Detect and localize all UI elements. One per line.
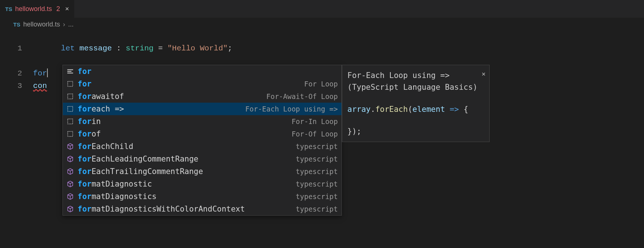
line-number: 1 — [0, 42, 33, 55]
line-number: 2 — [0, 67, 33, 80]
suggestion-item[interactable]: formatDiagnosticsWithColorAndContexttype… — [63, 203, 341, 215]
suggestion-item[interactable]: forawaitofFor-Await-Of Loop — [63, 90, 341, 103]
svg-rect-5 — [68, 106, 73, 111]
suggestion-label: forin — [78, 117, 101, 126]
snippet-icon — [67, 80, 74, 88]
suggestion-label: forEachLeadingCommentRange — [78, 155, 198, 163]
breadcrumb[interactable]: TS helloworld.ts › ... — [0, 18, 644, 30]
suggestion-description: For-Await-Of Loop — [266, 92, 338, 100]
suggestion-label: formatDiagnostics — [78, 192, 157, 201]
svg-rect-1 — [67, 71, 71, 72]
suggestion-description: typescript — [296, 142, 338, 150]
suggestion-item[interactable]: foreach =>For-Each Loop using => — [63, 103, 341, 115]
tab-problems-badge: 2 — [56, 5, 60, 13]
token-keyword: for — [33, 69, 47, 78]
token-error: con — [33, 82, 47, 90]
suggestion-label: for — [78, 67, 92, 76]
module-icon — [67, 155, 74, 163]
suggestion-label: formatDiagnosticsWithColorAndContext — [78, 205, 245, 213]
breadcrumb-rest: ... — [68, 21, 74, 28]
suggestion-description: typescript — [296, 192, 338, 201]
chevron-right-icon: › — [63, 21, 65, 28]
suggestion-item[interactable]: formatDiagnostictypescript — [63, 178, 341, 190]
tab-helloworld[interactable]: TS helloworld.ts 2 × — [0, 0, 75, 18]
token-variable: message — [79, 44, 112, 53]
intellisense-documentation: × For-Each Loop using => (TypeScript Lan… — [342, 65, 490, 142]
doc-code-preview: }); — [347, 125, 484, 137]
text-cursor — [47, 68, 48, 77]
keyword-icon — [67, 68, 74, 75]
suggestion-description: For-Of Loop — [291, 130, 338, 138]
svg-rect-0 — [67, 69, 73, 70]
suggestion-description: For-In Loop — [291, 117, 338, 125]
token-punct: = — [154, 44, 168, 53]
suggestion-label: forEachChild — [78, 142, 133, 151]
intellisense-suggestions[interactable]: forforFor LoopforawaitofFor-Await-Of Loo… — [62, 65, 342, 216]
suggestion-label: for — [78, 79, 92, 88]
token-keyword: let — [61, 44, 75, 53]
token-punct: ; — [228, 44, 232, 53]
token-punct: : — [112, 44, 126, 53]
doc-title: For-Each Loop using => (TypeScript Langu… — [347, 70, 484, 93]
svg-rect-4 — [68, 94, 73, 99]
close-icon[interactable]: × — [482, 68, 486, 80]
suggestion-item[interactable]: forofFor-Of Loop — [63, 128, 341, 140]
suggestion-item[interactable]: for — [63, 65, 341, 78]
breadcrumb-filename: helloworld.ts — [23, 21, 60, 28]
suggestion-item[interactable]: forEachChildtypescript — [63, 140, 341, 153]
token-type: string — [126, 44, 154, 53]
svg-rect-6 — [68, 119, 73, 124]
token-string: "Hello World" — [168, 44, 228, 53]
module-icon — [67, 193, 74, 200]
suggestion-item[interactable]: forFor Loop — [63, 78, 341, 90]
suggestion-description: typescript — [296, 167, 338, 176]
suggestion-item[interactable]: formatDiagnosticstypescript — [63, 190, 341, 203]
module-icon — [67, 143, 74, 150]
suggestion-label: forawaitof — [78, 92, 124, 101]
doc-code-preview: array.forEach(element => { — [347, 103, 484, 115]
suggestion-label: forof — [78, 130, 101, 138]
tab-filename: helloworld.ts — [15, 5, 52, 13]
snippet-icon — [67, 105, 74, 113]
suggestion-item[interactable]: forEachLeadingCommentRangetypescript — [63, 153, 341, 165]
suggestion-description: For Loop — [304, 80, 338, 88]
svg-rect-3 — [68, 81, 73, 86]
suggestion-description: typescript — [296, 180, 338, 188]
svg-rect-7 — [68, 131, 73, 137]
snippet-icon — [67, 118, 74, 125]
module-icon — [67, 205, 74, 213]
suggestion-label: foreach => — [78, 104, 124, 113]
suggestion-label: formatDiagnostic — [78, 180, 152, 188]
typescript-file-icon: TS — [5, 6, 12, 12]
suggestion-description: typescript — [296, 205, 338, 213]
snippet-icon — [67, 93, 74, 100]
suggestion-description: For-Each Loop using => — [245, 105, 338, 113]
suggestion-description: typescript — [296, 155, 338, 163]
snippet-icon — [67, 130, 74, 138]
suggestion-label: forEachTrailingCommentRange — [78, 167, 203, 176]
module-icon — [67, 180, 74, 188]
line-number: 3 — [0, 80, 33, 92]
typescript-file-icon: TS — [13, 21, 20, 28]
suggestion-item[interactable]: forinFor-In Loop — [63, 115, 341, 128]
close-icon[interactable]: × — [65, 5, 69, 13]
module-icon — [67, 168, 74, 175]
svg-rect-2 — [67, 72, 73, 73]
code-line: 1 let message : string = "Hello World"; — [0, 30, 644, 67]
tab-bar: TS helloworld.ts 2 × — [0, 0, 644, 18]
suggestion-item[interactable]: forEachTrailingCommentRangetypescript — [63, 165, 341, 178]
